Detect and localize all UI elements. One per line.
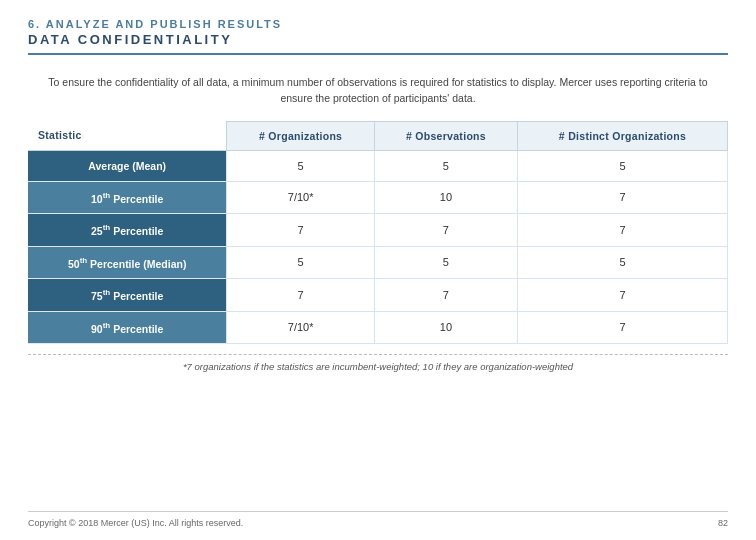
cell-organizations: 5	[227, 246, 375, 279]
header-sub-line: DATA CONFIDENTIALITY	[28, 32, 728, 55]
cell-observations: 10	[374, 181, 517, 214]
footnote-text: *7 organizations if the statistics are i…	[28, 354, 728, 372]
cell-distinct: 7	[517, 181, 727, 214]
cell-distinct: 7	[517, 279, 727, 312]
col-header-observations: # Observations	[374, 121, 517, 150]
col-header-organizations: # Organizations	[227, 121, 375, 150]
col-header-statistic: Statistic	[28, 121, 227, 150]
cell-organizations: 7/10*	[227, 181, 375, 214]
table-row: Average (Mean)555	[28, 150, 728, 181]
row-label: Average (Mean)	[28, 150, 227, 181]
header-section: 6. ANALYZE AND PUBLISH RESULTS DATA CONF…	[28, 18, 728, 55]
description-text: To ensure the confidentiality of all dat…	[28, 75, 728, 107]
page-footer: Copyright © 2018 Mercer (US) Inc. All ri…	[28, 511, 728, 528]
cell-distinct: 7	[517, 214, 727, 247]
table-row: 10th Percentile7/10*107	[28, 181, 728, 214]
row-label: 10th Percentile	[28, 181, 227, 214]
footer-copyright: Copyright © 2018 Mercer (US) Inc. All ri…	[28, 518, 243, 528]
cell-distinct: 5	[517, 150, 727, 181]
data-table: Statistic # Organizations # Observations…	[28, 121, 728, 345]
cell-observations: 7	[374, 214, 517, 247]
cell-observations: 5	[374, 246, 517, 279]
table-row: 90th Percentile7/10*107	[28, 311, 728, 344]
col-header-distinct: # Distinct Organizations	[517, 121, 727, 150]
table-row: 75th Percentile777	[28, 279, 728, 312]
cell-observations: 10	[374, 311, 517, 344]
table-row: 25th Percentile777	[28, 214, 728, 247]
row-label: 50th Percentile (Median)	[28, 246, 227, 279]
row-label: 75th Percentile	[28, 279, 227, 312]
header-top-line: 6. ANALYZE AND PUBLISH RESULTS	[28, 18, 728, 30]
table-row: 50th Percentile (Median)555	[28, 246, 728, 279]
cell-observations: 7	[374, 279, 517, 312]
row-label: 25th Percentile	[28, 214, 227, 247]
cell-distinct: 7	[517, 311, 727, 344]
cell-observations: 5	[374, 150, 517, 181]
row-label: 90th Percentile	[28, 311, 227, 344]
cell-organizations: 5	[227, 150, 375, 181]
footer-page-number: 82	[718, 518, 728, 528]
cell-organizations: 7/10*	[227, 311, 375, 344]
cell-organizations: 7	[227, 214, 375, 247]
page: 6. ANALYZE AND PUBLISH RESULTS DATA CONF…	[0, 0, 756, 540]
cell-organizations: 7	[227, 279, 375, 312]
cell-distinct: 5	[517, 246, 727, 279]
